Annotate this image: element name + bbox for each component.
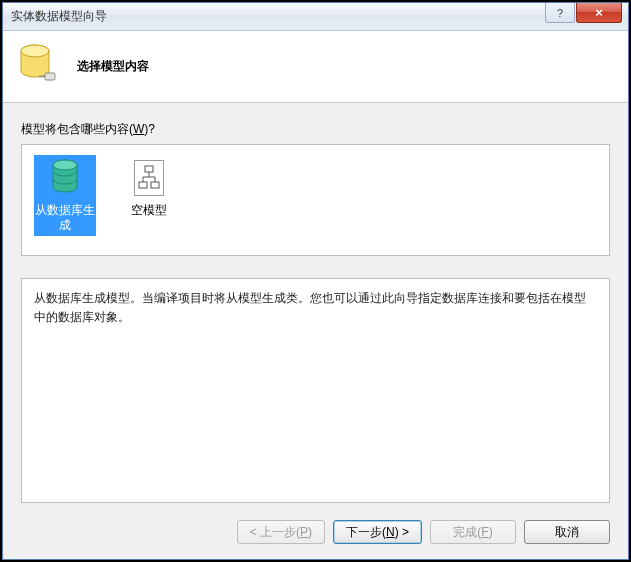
header-panel: 选择模型内容 — [3, 31, 628, 103]
body-panel: 模型将包含哪些内容(W)? 从数据库生成 — [3, 103, 628, 517]
finish-hotkey: F — [481, 525, 488, 539]
next-hotkey: N — [386, 525, 395, 539]
button-row: < 上一步(P) 下一步(N) > 完成(F) 取消 — [3, 511, 628, 559]
prev-before: < 上一步( — [250, 524, 300, 541]
option-generate-from-db[interactable]: 从数据库生成 — [34, 155, 96, 236]
option-empty-model[interactable]: 空模型 — [118, 155, 180, 221]
database-icon — [48, 157, 82, 199]
header-title: 选择模型内容 — [77, 58, 149, 75]
option-label: 从数据库生成 — [35, 203, 95, 232]
cancel-button[interactable]: 取消 — [524, 520, 610, 544]
next-before: 下一步( — [346, 524, 386, 541]
previous-button: < 上一步(P) — [237, 520, 325, 544]
help-icon: ? — [557, 7, 563, 19]
prompt-text-after: )? — [144, 122, 155, 136]
content-prompt: 模型将包含哪些内容(W)? — [21, 121, 610, 138]
option-box: 从数据库生成 空模型 — [21, 144, 610, 256]
option-label: 空模型 — [131, 203, 167, 217]
prev-hotkey: P — [300, 525, 308, 539]
svg-point-1 — [21, 45, 49, 57]
prev-after: ) — [308, 525, 312, 539]
help-button[interactable]: ? — [545, 3, 575, 23]
finish-button: 完成(F) — [430, 520, 516, 544]
window-title: 实体数据模型向导 — [11, 8, 545, 25]
close-button[interactable]: × — [576, 3, 622, 23]
finish-after: ) — [489, 525, 493, 539]
finish-before: 完成( — [453, 524, 481, 541]
next-button[interactable]: 下一步(N) > — [333, 520, 422, 544]
diagram-icon — [132, 157, 166, 199]
close-icon: × — [595, 5, 603, 20]
next-after: ) > — [395, 525, 409, 539]
svg-rect-2 — [45, 73, 55, 80]
titlebar-buttons: ? × — [545, 3, 628, 30]
database-large-icon — [19, 43, 59, 90]
cancel-label: 取消 — [555, 524, 579, 541]
prompt-text: 模型将包含哪些内容( — [21, 122, 133, 136]
description-box: 从数据库生成模型。当编译项目时将从模型生成类。您也可以通过此向导指定数据库连接和… — [21, 278, 610, 503]
svg-point-5 — [53, 160, 77, 170]
description-text: 从数据库生成模型。当编译项目时将从模型生成类。您也可以通过此向导指定数据库连接和… — [34, 291, 586, 324]
prompt-hotkey: W — [133, 122, 144, 136]
titlebar: 实体数据模型向导 ? × — [3, 3, 628, 31]
wizard-window: 实体数据模型向导 ? × 选择模型内容 模型将包含哪些内容(W)? — [2, 2, 629, 560]
